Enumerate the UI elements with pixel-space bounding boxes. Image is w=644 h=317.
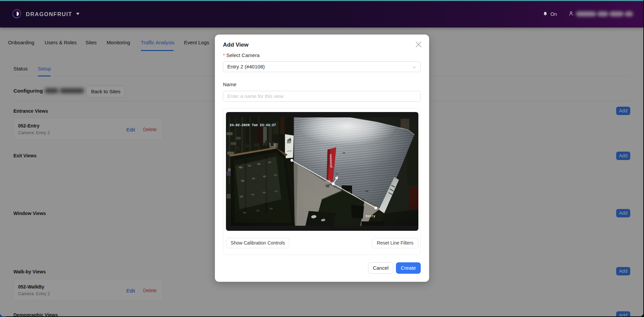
svg-text:24-02-2026 Tue 23:43:27: 24-02-2026 Tue 23:43:27 [230, 123, 276, 127]
svg-text:Entry: Entry [366, 214, 375, 218]
